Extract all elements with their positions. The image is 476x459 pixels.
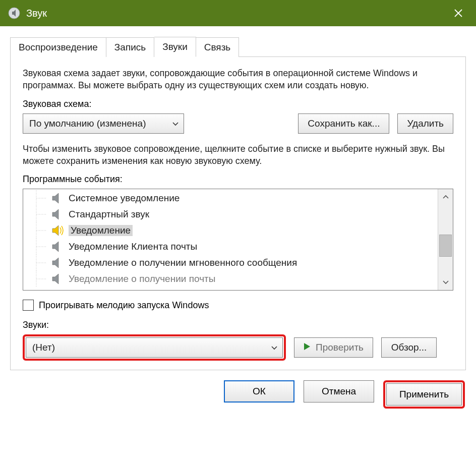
tab-playback[interactable]: Воспроизведение: [10, 37, 106, 57]
speaker-icon: [51, 256, 65, 269]
scheme-label: Звуковая схема:: [23, 99, 453, 109]
speaker-icon: [51, 240, 65, 253]
tab-communications[interactable]: Связь: [196, 37, 240, 57]
events-list: Системное уведомлениеСтандартный звукУве…: [23, 189, 438, 290]
scroll-up-icon[interactable]: [438, 189, 453, 204]
play-startup-sound-checkbox[interactable]: [23, 300, 34, 311]
event-item[interactable]: Стандартный звук: [23, 206, 438, 222]
dialog-button-row: ОК Отмена Применить: [0, 370, 476, 420]
scroll-track[interactable]: [438, 204, 453, 275]
events-scrollbar[interactable]: [438, 189, 453, 290]
event-item[interactable]: Системное уведомление: [23, 190, 438, 206]
tree-connector-icon: [28, 255, 51, 271]
event-label: Уведомление: [69, 225, 133, 236]
tree-connector-icon: [28, 239, 51, 255]
ok-button[interactable]: ОК: [224, 380, 294, 403]
event-label: Системное уведомление: [69, 193, 180, 204]
play-icon: [304, 342, 311, 353]
sound-combobox[interactable]: (Нет): [26, 337, 283, 358]
tree-connector-icon: [28, 222, 51, 239]
test-sound-button[interactable]: Проверить: [294, 337, 373, 358]
scroll-down-icon[interactable]: [438, 275, 453, 290]
play-startup-sound-label: Проигрывать мелодию запуска Windows: [39, 300, 209, 311]
delete-button[interactable]: Удалить: [397, 113, 453, 134]
tree-connector-icon: [28, 271, 51, 287]
speaker-icon: [51, 272, 65, 285]
chevron-down-icon: [271, 343, 277, 352]
events-description: Чтобы изменить звуковое сопровождение, щ…: [23, 143, 453, 167]
close-icon: [454, 9, 463, 18]
event-label: Стандартный звук: [69, 209, 149, 220]
sound-dialog: Звук Воспроизведение Запись Звуки Связь …: [0, 0, 476, 459]
event-label: Уведомление Клиента почты: [69, 241, 197, 252]
speaker-icon: [51, 224, 65, 237]
tree-connector-icon: [28, 190, 51, 206]
tab-recording[interactable]: Запись: [106, 37, 154, 57]
close-button[interactable]: [441, 0, 476, 26]
highlight-apply: Применить: [383, 380, 465, 409]
browse-button[interactable]: Обзор...: [381, 337, 437, 358]
speaker-app-icon: [7, 6, 21, 20]
event-item[interactable]: Уведомление о получении мгновенного сооб…: [23, 255, 438, 271]
scheme-combobox[interactable]: По умолчанию (изменена): [23, 113, 184, 134]
sound-label: Звуки:: [23, 320, 453, 330]
tab-sounds[interactable]: Звуки: [154, 37, 196, 57]
events-label: Программные события:: [23, 174, 453, 185]
chevron-down-icon: [172, 120, 178, 128]
scroll-thumb[interactable]: [439, 235, 452, 257]
titlebar: Звук: [0, 0, 476, 26]
events-listbox[interactable]: Системное уведомлениеСтандартный звукУве…: [23, 189, 453, 291]
scheme-description: Звуковая схема задает звуки, сопровождаю…: [23, 67, 453, 92]
highlight-sound-combo: (Нет): [23, 334, 286, 361]
event-label: Уведомление о получении мгновенного сооб…: [69, 257, 297, 268]
save-as-button[interactable]: Сохранить как...: [298, 113, 389, 134]
event-item[interactable]: Уведомление о получении почты: [23, 271, 438, 287]
tree-connector-icon: [28, 206, 51, 222]
speaker-icon: [51, 208, 65, 221]
speaker-icon: [51, 192, 65, 205]
scheme-value: По умолчанию (изменена): [29, 118, 146, 129]
event-item[interactable]: Уведомление: [23, 222, 438, 239]
event-item[interactable]: Уведомление Клиента почты: [23, 239, 438, 255]
sound-value: (Нет): [32, 342, 55, 353]
tabstrip: Воспроизведение Запись Звуки Связь: [10, 36, 466, 57]
window-title: Звук: [26, 8, 47, 19]
tab-body-sounds: Звуковая схема задает звуки, сопровождаю…: [10, 57, 466, 370]
cancel-button[interactable]: Отмена: [304, 380, 374, 403]
event-label: Уведомление о получении почты: [69, 273, 215, 284]
apply-button[interactable]: Применить: [386, 383, 462, 406]
